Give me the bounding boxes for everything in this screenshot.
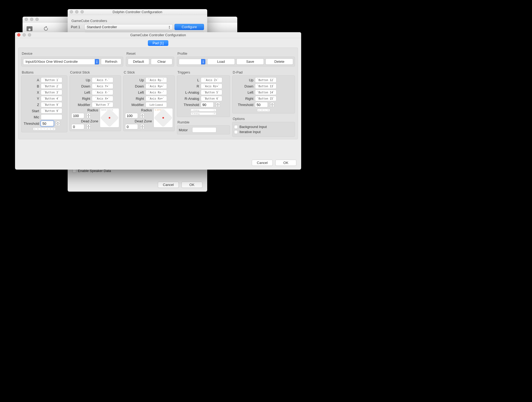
zoom-icon[interactable] xyxy=(81,10,84,13)
options-title: Options xyxy=(233,117,295,121)
cstick-right-bind[interactable]: `Axis Rx+` xyxy=(145,96,167,101)
c-stick-title: C Stick xyxy=(124,70,175,74)
device-label: Device xyxy=(22,52,123,56)
buttons-y-bind[interactable]: `Button 4` xyxy=(41,96,62,101)
dpad-threshold-input[interactable] xyxy=(255,102,268,107)
mainstick-mod-bind[interactable]: `Button 7` xyxy=(92,102,113,107)
tab-pad1[interactable]: Pad [1] xyxy=(148,40,168,46)
port1-label: Port 1 xyxy=(71,25,83,29)
rumble-title: Rumble xyxy=(177,120,230,124)
chevron-updown-icon: ▴▾ xyxy=(95,59,99,64)
cstick-visualizer: C-STICK xyxy=(154,108,173,127)
stepper-icon[interactable]: ▴▾ xyxy=(87,113,90,118)
rumble-motor-bind[interactable] xyxy=(192,127,216,133)
mainstick-right-bind[interactable]: `Axis X+` xyxy=(92,96,113,101)
stepper-icon[interactable]: ▴▾ xyxy=(87,124,90,129)
iterative-input-checkbox[interactable]: Iterative Input xyxy=(234,130,293,134)
traffic-lights xyxy=(17,33,31,36)
stepper-icon[interactable]: ▴▾ xyxy=(216,102,220,107)
buttons-mic-bind[interactable] xyxy=(41,114,62,120)
window-title: Dolphin Controller Configuration xyxy=(68,10,207,14)
zoom-icon[interactable] xyxy=(28,33,31,36)
trigger-la-bind[interactable]: `Button 5` xyxy=(201,90,222,95)
traffic-lights xyxy=(25,18,39,21)
profile-load-button[interactable]: Load xyxy=(207,59,235,65)
reset-label: Reset xyxy=(126,52,174,56)
buttons-start-bind[interactable]: `Button 9` xyxy=(41,108,62,114)
dpad-status: UDLR xyxy=(257,109,270,112)
trigger-status1: L-AnalogL xyxy=(191,109,216,112)
trigger-ra-bind[interactable]: `Button 6` xyxy=(201,96,222,101)
close-icon[interactable] xyxy=(70,10,73,13)
dpad-right-bind[interactable]: `Button 15` xyxy=(255,96,276,101)
zoom-icon[interactable] xyxy=(35,18,39,21)
trigger-l-bind[interactable]: `Axis Z+` xyxy=(201,77,222,83)
section-gamecube-controllers: GameCube Controllers xyxy=(71,19,204,23)
cancel-button[interactable]: Cancel xyxy=(252,160,273,166)
stepper-icon[interactable]: ▴▾ xyxy=(140,113,144,118)
dpad-up-bind[interactable]: `Button 12` xyxy=(255,77,276,83)
port1-select[interactable]: Standard Controller ▴▾ xyxy=(84,24,173,30)
mainstick-visualizer: MAIN STICK xyxy=(100,108,119,127)
buttons-title: Buttons xyxy=(22,70,67,74)
port1-configure-button[interactable]: Configure xyxy=(174,24,204,30)
chevron-updown-icon: ▴▾ xyxy=(201,59,205,64)
device-select[interactable]: Input/0/Xbox One Wired Controlle ▴▾ xyxy=(23,59,99,65)
mainstick-up-bind[interactable]: `Axis Y-` xyxy=(92,77,113,83)
dpad-down-bind[interactable]: `Button 13` xyxy=(255,83,276,89)
device-refresh-button[interactable]: Refresh xyxy=(101,59,121,65)
traffic-lights xyxy=(70,10,84,13)
cstick-left-bind[interactable]: `Axis Rx-` xyxy=(145,90,167,95)
dpad-left-bind[interactable]: `Button 14` xyxy=(255,90,276,95)
cstick-down-bind[interactable]: `Axis Ry+` xyxy=(145,83,167,89)
mainstick-deadzone-input[interactable] xyxy=(71,124,84,129)
control-stick-title: Control Stick xyxy=(70,70,121,74)
triggers-threshold-input[interactable] xyxy=(201,102,214,107)
buttons-a-bind[interactable]: `Button 1` xyxy=(41,77,62,83)
ok-button[interactable]: OK xyxy=(275,160,296,166)
dpad-title: D-Pad xyxy=(233,70,295,74)
cstick-radius-input[interactable] xyxy=(125,113,138,118)
profile-label: Profile xyxy=(177,52,295,56)
buttons-status: ABXYZSM xyxy=(33,127,55,130)
stepper-icon[interactable]: ▴▾ xyxy=(56,121,60,126)
ok-button[interactable]: OK xyxy=(181,182,202,188)
cstick-mod-bind[interactable]: Left Control xyxy=(145,102,167,107)
buttons-b-bind[interactable]: `Button 2` xyxy=(41,83,62,89)
background-input-checkbox[interactable]: Background Input xyxy=(234,125,293,129)
cstick-up-bind[interactable]: `Axis Ry-` xyxy=(145,77,167,83)
stepper-icon[interactable]: ▴▾ xyxy=(270,102,274,107)
mainstick-down-bind[interactable]: `Axis Y+` xyxy=(92,83,113,89)
triggers-title: Triggers xyxy=(177,70,230,74)
profile-save-button[interactable]: Save xyxy=(236,59,264,65)
cstick-deadzone-input[interactable] xyxy=(125,124,138,129)
buttons-x-bind[interactable]: `Button 3` xyxy=(41,90,62,95)
chevron-updown-icon: ▴▾ xyxy=(167,25,172,29)
reset-default-button[interactable]: Default xyxy=(128,59,149,65)
trigger-r-bind[interactable]: `Axis Rz+` xyxy=(201,83,222,89)
mainstick-radius-input[interactable] xyxy=(71,113,84,118)
mainstick-left-bind[interactable]: `Axis X-` xyxy=(92,90,113,95)
close-icon[interactable] xyxy=(25,18,28,21)
buttons-z-bind[interactable]: `Button 9` xyxy=(41,102,62,107)
stepper-icon[interactable]: ▴▾ xyxy=(140,124,144,129)
window-title: GameCube Controller Configuration xyxy=(15,33,301,37)
buttons-threshold-input[interactable] xyxy=(41,121,54,126)
cancel-button[interactable]: Cancel xyxy=(158,182,179,188)
minimize-icon[interactable] xyxy=(75,10,78,13)
gamecube-controller-config-window: GameCube Controller Configuration Pad [1… xyxy=(15,32,301,170)
profile-select[interactable]: ▴▾ xyxy=(179,59,206,65)
minimize-icon[interactable] xyxy=(23,33,26,36)
profile-delete-button[interactable]: Delete xyxy=(265,59,293,65)
trigger-status2: R-AnalogR xyxy=(191,112,216,115)
reset-clear-button[interactable]: Clear xyxy=(151,59,172,65)
close-icon[interactable] xyxy=(17,33,20,36)
minimize-icon[interactable] xyxy=(30,18,33,21)
